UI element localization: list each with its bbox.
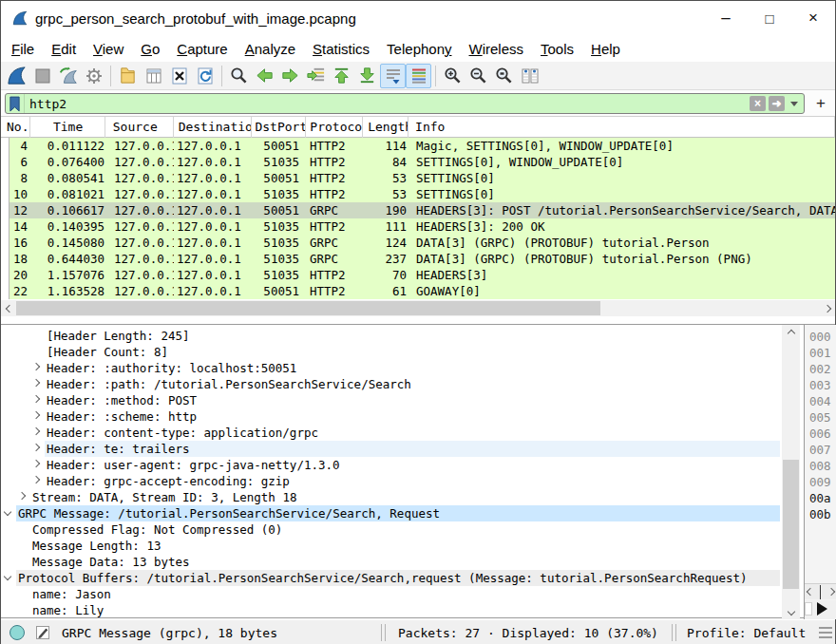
stop-capture-button[interactable] xyxy=(29,64,55,88)
auto-scroll-button[interactable] xyxy=(380,64,406,88)
zoom-original-button[interactable] xyxy=(491,64,517,88)
detail-row[interactable]: Stream: DATA, Stream ID: 3, Length 18 xyxy=(1,489,780,505)
expand-arrow-icon[interactable] xyxy=(32,444,40,451)
packet-row-22[interactable]: 221.163528127.0.0.1127.0.0.150051HTTP261… xyxy=(1,283,835,299)
bytes-scroll-right-arrow[interactable] xyxy=(827,588,835,596)
packet-row-16[interactable]: 160.145080127.0.0.1127.0.0.151035GRPC124… xyxy=(1,235,835,251)
packet-row-18[interactable]: 180.644030127.0.0.1127.0.0.151035GRPC237… xyxy=(1,251,835,267)
column-header-dstport[interactable]: DstPort xyxy=(252,117,306,138)
expand-arrow-icon[interactable] xyxy=(18,492,26,500)
detail-row[interactable]: Header: content-type: application/grpc xyxy=(1,425,780,441)
menu-go[interactable]: Go xyxy=(132,38,168,60)
hex-offset[interactable]: 00a xyxy=(805,490,836,506)
expand-arrow-icon[interactable] xyxy=(32,411,40,419)
filter-clear-button[interactable]: × xyxy=(750,96,766,111)
expand-arrow-icon[interactable] xyxy=(32,363,40,370)
column-header-time[interactable]: Time xyxy=(30,117,105,138)
packet-list-hscrollbar[interactable] xyxy=(1,300,835,316)
hex-offset[interactable]: 006 xyxy=(805,426,836,442)
go-to-packet-button[interactable] xyxy=(303,64,329,88)
packet-row-6[interactable]: 60.076400127.0.0.1127.0.0.151035HTTP284S… xyxy=(1,154,835,170)
hex-offset[interactable]: 007 xyxy=(805,442,836,458)
detail-row[interactable]: name: Jason xyxy=(1,586,780,602)
menu-file[interactable]: File xyxy=(3,38,43,60)
go-first-packet-button[interactable] xyxy=(329,64,354,88)
save-file-button[interactable] xyxy=(141,64,166,88)
menu-view[interactable]: View xyxy=(85,38,132,60)
go-last-packet-button[interactable] xyxy=(354,64,380,88)
hex-offset[interactable]: 00b xyxy=(805,506,836,522)
zoom-out-button[interactable] xyxy=(466,64,491,88)
detail-row[interactable]: Compressed Flag: Not Compressed (0) xyxy=(1,521,780,538)
detail-row[interactable]: Header: :authority: localhost:50051 xyxy=(1,360,780,376)
open-file-button[interactable] xyxy=(115,64,141,88)
expand-arrow-icon[interactable] xyxy=(32,427,40,435)
display-filter-input[interactable]: http2 × ➜ xyxy=(5,93,805,114)
zoom-in-button[interactable] xyxy=(440,64,466,88)
scroll-left-arrow[interactable] xyxy=(1,300,17,316)
hex-offset[interactable]: 001 xyxy=(805,345,836,361)
go-forward-button[interactable] xyxy=(277,64,303,88)
column-header-length[interactable]: Length xyxy=(363,117,408,138)
hex-offset[interactable]: 000 xyxy=(805,329,836,345)
expand-arrow-icon[interactable] xyxy=(32,460,40,467)
column-header-info[interactable]: Info xyxy=(408,117,835,138)
detail-row[interactable]: Header: :path: /tutorial.PersonSearchSer… xyxy=(1,376,780,392)
hex-offset[interactable]: 004 xyxy=(805,393,836,409)
expand-arrow-icon[interactable] xyxy=(32,476,40,483)
hex-offset[interactable]: 002 xyxy=(805,361,836,377)
filter-bookmark-icon[interactable] xyxy=(6,94,25,113)
collapse-arrow-icon[interactable] xyxy=(4,508,11,516)
detail-row[interactable]: Message Data: 13 bytes xyxy=(1,554,780,570)
column-header-protocol[interactable]: Protocol xyxy=(306,117,363,138)
detail-row[interactable]: Message Length: 13 xyxy=(1,538,780,554)
menu-help[interactable]: Help xyxy=(582,38,629,60)
reload-file-button[interactable] xyxy=(192,64,218,88)
packet-row-12[interactable]: 120.106617127.0.0.1127.0.0.150051GRPC190… xyxy=(1,202,835,218)
hex-offset[interactable]: 005 xyxy=(805,409,836,426)
hex-offset[interactable]: 003 xyxy=(805,377,836,393)
resize-columns-button[interactable] xyxy=(517,64,542,88)
column-header-source[interactable]: Source xyxy=(105,117,174,138)
menu-wireless[interactable]: Wireless xyxy=(461,38,533,60)
detail-row[interactable]: Protocol Buffers: /tutorial.PersonSearch… xyxy=(1,570,780,586)
menu-analyze[interactable]: Analyze xyxy=(237,38,304,60)
close-file-button[interactable] xyxy=(166,64,192,88)
menu-telephony[interactable]: Telephony xyxy=(378,38,460,60)
capture-comment-icon[interactable] xyxy=(35,625,50,640)
status-profile[interactable]: Profile: Default xyxy=(687,626,806,640)
detail-row[interactable]: Header: :method: POST xyxy=(1,392,780,408)
filter-add-button[interactable]: + xyxy=(812,93,829,114)
vscroll-thumb[interactable] xyxy=(783,460,799,589)
colorize-packets-button[interactable] xyxy=(406,64,431,88)
detail-row[interactable]: Header: grpc-accept-encoding: gzip xyxy=(1,473,780,489)
menu-tools[interactable]: Tools xyxy=(532,38,582,60)
minimize-button[interactable]: – xyxy=(704,1,748,35)
capture-options-button[interactable] xyxy=(81,64,106,88)
packet-row-20[interactable]: 201.157076127.0.0.1127.0.0.151035HTTP270… xyxy=(1,267,835,283)
scroll-right-arrow[interactable] xyxy=(819,300,835,316)
detail-row[interactable]: Header: :scheme: http xyxy=(1,408,780,425)
column-header-no[interactable]: No. xyxy=(1,117,30,138)
find-packet-button[interactable] xyxy=(226,64,252,88)
hex-offset[interactable]: 009 xyxy=(805,474,836,490)
go-back-button[interactable] xyxy=(252,64,277,88)
hex-offset[interactable]: 008 xyxy=(805,458,836,474)
expand-arrow-icon[interactable] xyxy=(32,379,40,387)
menu-statistics[interactable]: Statistics xyxy=(304,38,378,60)
detail-row[interactable]: [Header Length: 245] xyxy=(1,328,780,344)
column-header-destination[interactable]: Destination xyxy=(174,117,253,138)
packet-row-14[interactable]: 140.140395127.0.0.1127.0.0.151035HTTP211… xyxy=(1,218,835,235)
menu-edit[interactable]: Edit xyxy=(43,38,85,60)
expand-right-icon[interactable] xyxy=(817,602,827,616)
detail-row[interactable]: Header: user-agent: grpc-java-netty/1.3.… xyxy=(1,457,780,473)
bytes-scroll-left-arrow[interactable] xyxy=(807,588,814,596)
start-capture-button[interactable] xyxy=(4,64,29,88)
restart-capture-button[interactable] xyxy=(55,64,81,88)
hscroll-thumb[interactable] xyxy=(16,301,600,315)
filter-dropdown-caret[interactable] xyxy=(790,102,798,106)
details-vscrollbar[interactable] xyxy=(782,325,800,619)
filter-apply-button[interactable]: ➜ xyxy=(769,96,785,111)
close-button[interactable]: × xyxy=(791,1,835,35)
scroll-down-arrow[interactable] xyxy=(782,603,800,619)
